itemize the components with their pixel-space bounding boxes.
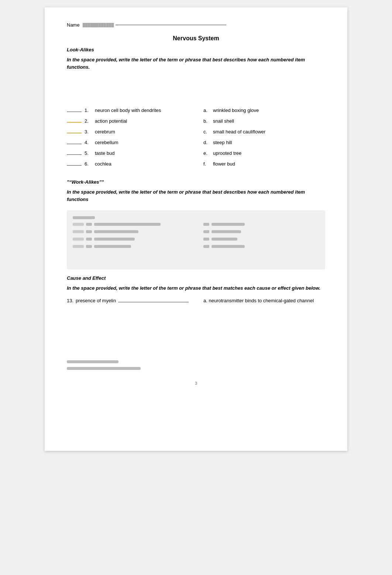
blur-blank <box>73 245 84 248</box>
blur-letter <box>203 245 209 248</box>
blur-text <box>212 245 245 248</box>
blurred-item <box>73 223 189 226</box>
blur-letter <box>203 230 209 233</box>
right-column: a. wrinkled boxing glove b. snail shell … <box>203 108 325 172</box>
left-column: 1. neuron cell body with dendrites 2. ac… <box>67 108 189 172</box>
blur-text <box>212 223 245 226</box>
blur-decoration <box>73 216 95 219</box>
list-item: 3. cerebrum <box>67 129 189 135</box>
blur-text <box>94 230 138 233</box>
item-number: 6. <box>85 161 93 167</box>
item-text: presence of myelin <box>76 298 116 303</box>
answer-letter: f. <box>203 161 211 167</box>
item-number: 1. <box>85 108 93 113</box>
blur-text <box>94 223 161 226</box>
list-item: f. flower bud <box>203 161 325 167</box>
section2-title: "“Work-Alikes”" <box>67 179 325 185</box>
list-item: 2. action potential <box>67 118 189 124</box>
answer-blank[interactable] <box>67 165 82 166</box>
blurred-item <box>203 230 319 233</box>
bottom-blurred <box>67 360 325 370</box>
blur-num <box>86 238 92 241</box>
blur-blank <box>73 230 84 233</box>
answer-letter: a. <box>203 298 207 303</box>
item-number: 4. <box>85 140 93 145</box>
blur-text <box>94 238 135 241</box>
list-item: 1. neuron cell body with dendrites <box>67 108 189 113</box>
blurred-right-col <box>203 223 319 252</box>
item-text: action potential <box>95 118 127 124</box>
item-text: cochlea <box>95 161 111 167</box>
item-text: steep hill <box>213 140 232 145</box>
item-text: uprooted tree <box>213 150 241 156</box>
page-number: 3 <box>67 381 325 385</box>
blurred-rows <box>73 223 319 252</box>
name-row: Name ████████████ <box>67 22 325 28</box>
blurred-item <box>73 230 189 233</box>
section3-title: Cause and Effect <box>67 275 325 281</box>
answer-text: neurotransmitter binds to chemical-gated… <box>209 298 314 303</box>
list-item: 4. cerebellum <box>67 140 189 145</box>
blurred-item <box>203 223 319 226</box>
answer-blank[interactable] <box>67 133 82 133</box>
blur-item <box>67 367 141 370</box>
answer-letter: d. <box>203 140 211 145</box>
item-text: cerebellum <box>95 140 118 145</box>
answer-letter: a. <box>203 108 211 113</box>
blur-text <box>94 245 131 248</box>
item-number: 13. <box>67 298 73 303</box>
item-number: 3. <box>85 129 93 135</box>
blur-num <box>86 245 92 248</box>
answer-blank[interactable] <box>67 122 82 123</box>
blurred-item <box>73 245 189 248</box>
answer-letter: e. <box>203 150 211 156</box>
cause-effect-row: 13. presence of myelin a. neurotransmitt… <box>67 298 325 303</box>
blur-text <box>212 230 241 233</box>
list-item: b. snail shell <box>203 118 325 124</box>
item-text: flower bud <box>213 161 235 167</box>
section3-instructions: In the space provided, write the letter … <box>67 285 325 292</box>
blur-num <box>86 223 92 226</box>
name-value: ████████████ <box>83 23 114 27</box>
blur-letter <box>203 223 209 226</box>
list-item: a. wrinkled boxing glove <box>203 108 325 113</box>
blurred-item <box>203 238 319 241</box>
page-title: Nervous System <box>67 35 325 42</box>
blurred-left-col <box>73 223 189 252</box>
item-text: snail shell <box>213 118 234 124</box>
blurred-work-alikes <box>67 210 325 269</box>
cause-effect-spacer <box>67 309 325 353</box>
blur-letter <box>203 238 209 241</box>
section1-title: Look-Alikes <box>67 47 325 52</box>
section1-instructions: In the space provided, write the letter … <box>67 56 325 71</box>
answer-letter: c. <box>203 129 211 135</box>
blur-blank <box>73 238 84 241</box>
cause-answer-line[interactable] <box>118 302 189 302</box>
item-text: cerebrum <box>95 129 115 135</box>
list-item: c. small head of cauliflower <box>203 129 325 135</box>
answer-blank[interactable] <box>67 144 82 144</box>
item-text: wrinkled boxing glove <box>213 108 259 113</box>
item-number: 2. <box>85 118 93 124</box>
item-text: small head of cauliflower <box>213 129 265 135</box>
list-item: 6. cochlea <box>67 161 189 167</box>
item-number: 5. <box>85 150 93 156</box>
list-item: e. uprooted tree <box>203 150 325 156</box>
blur-text <box>212 238 237 241</box>
page: Name ████████████ Nervous System Look-Al… <box>45 7 347 451</box>
answer-letter: b. <box>203 118 211 124</box>
answer-blank[interactable] <box>67 112 82 112</box>
section2-instructions: In the space provided, write the letter … <box>67 188 325 203</box>
blur-num <box>86 230 92 233</box>
blur-item <box>67 360 118 363</box>
matching-section: 1. neuron cell body with dendrites 2. ac… <box>67 108 325 172</box>
item-text: taste bud <box>95 150 115 156</box>
answer-blank[interactable] <box>67 154 82 155</box>
item-text: neuron cell body with dendrites <box>95 108 161 113</box>
blur-blank <box>73 223 84 226</box>
cause-col: 13. presence of myelin <box>67 298 189 303</box>
blurred-item <box>73 238 189 241</box>
image-spacer <box>67 78 325 108</box>
name-label: Name <box>67 22 80 28</box>
list-item: d. steep hill <box>203 140 325 145</box>
